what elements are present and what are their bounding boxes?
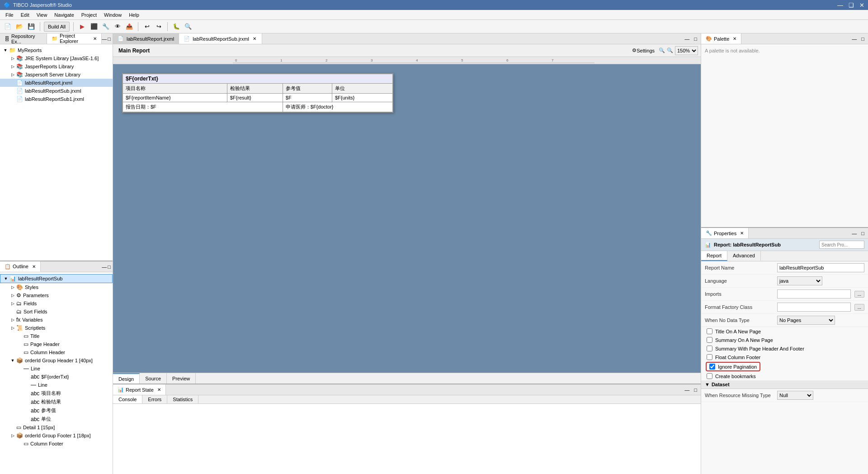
outline-colheader[interactable]: ▭ Column Header [0,348,113,356]
formatfactory-edit-btn[interactable]: ... [854,304,864,311]
compile-btn[interactable]: 🔧 [101,22,111,32]
editor-min-icon[interactable]: — [683,36,691,42]
outline-xmname[interactable]: abc 项目名称 [0,389,113,398]
props-close-icon[interactable]: ✕ [740,231,744,236]
run-btn[interactable]: ▶ [77,22,87,32]
menu-navigate[interactable]: Navigate [51,11,77,19]
tab-statistics[interactable]: Statistics [167,395,198,403]
expand-ph[interactable] [16,342,24,346]
max-icon[interactable]: □ [108,36,111,42]
cb-bookmarks[interactable] [707,373,712,379]
outline-scriptlets[interactable]: ▷ 📜 Scriptlets [0,324,113,332]
tab-labreportsub[interactable]: 📄 labResultReportSub.jrxml ✕ [179,33,262,44]
outline-variables[interactable]: ▷ fx Variables [0,316,113,324]
tab-design[interactable]: Design [113,373,140,384]
tab-properties[interactable]: 🔧 Properties ✕ [701,228,749,238]
bottom-max-icon[interactable]: □ [692,387,699,393]
palette-close-icon[interactable]: ✕ [733,36,736,41]
expand-l2[interactable] [24,383,31,387]
cb-summarypage[interactable] [707,337,712,343]
outline-ckz[interactable]: abc 参考值 [0,406,113,415]
outline-close-icon[interactable]: ✕ [32,264,36,269]
minimize-btn[interactable]: — [837,2,843,9]
expand-lrs1[interactable] [9,97,16,101]
tab-labreport[interactable]: 📄 labResultReport.jrxml [113,33,179,44]
imports-edit-btn[interactable]: ... [854,291,864,298]
save-btn[interactable]: 💾 [26,22,36,32]
expand-root[interactable]: ▼ [2,276,9,281]
outline-dw[interactable]: abc 单位 [0,415,113,423]
expand-jr[interactable]: ▷ [9,64,16,69]
tab-project-explorer[interactable]: 📁 Project Explorer ✕ [47,33,102,44]
min-icon[interactable]: — [102,36,107,42]
outline-pageheader[interactable]: ▭ Page Header [0,340,113,348]
tab-repository-explorer[interactable]: 🗄 Repository Ex... [0,33,47,44]
menu-edit[interactable]: Edit [17,11,33,19]
close-btn[interactable]: ✕ [859,2,864,9]
outline-fields[interactable]: ▷ 🗂 Fields [0,299,113,308]
menu-view[interactable]: View [33,11,51,19]
outline-detail1[interactable]: ▭ Detail 1 [15px] [0,423,113,431]
reportstate-close-icon[interactable]: ✕ [157,387,161,392]
outline-max-icon[interactable]: □ [108,264,111,270]
select-nodatatype[interactable]: No Pages Blank Page All Sections No Deta… [777,316,835,325]
debug2-btn[interactable]: 🔍 [183,22,193,32]
expand-fields[interactable]: ▷ [9,301,16,306]
expand-jre[interactable]: ▷ [9,56,16,61]
settings-btn[interactable]: ⚙ Settings [630,46,657,55]
zoom-plus-btn[interactable]: 🔍 [667,47,673,53]
expand-xm[interactable] [24,391,31,396]
menu-window[interactable]: Window [100,11,125,19]
tree-item-labreportsub1[interactable]: 📄 labResultReportSub1.jrxml [0,95,113,103]
select-resourcemissing[interactable]: Null Empty Key Exception [777,391,813,400]
tab-outline[interactable]: 📋 Outline ✕ [0,261,41,272]
stop-btn[interactable]: ⬛ [89,22,99,32]
expand-l1[interactable] [16,366,24,371]
dataset-section-header[interactable]: ▼ Dataset [701,380,868,389]
proj-close-icon[interactable]: ✕ [93,36,97,41]
zoom-select[interactable]: 150% 100% 75% 50% [675,46,698,55]
debug-btn[interactable]: 🐛 [171,22,181,32]
expand-styles[interactable]: ▷ [9,285,16,289]
tree-item-labreport[interactable]: 📄 labResultReport.jrxml [0,79,113,87]
tab-palette[interactable]: 🎨 Palette ✕ [701,33,741,44]
input-imports[interactable] [777,289,851,299]
cb-floatcolfooter[interactable] [707,354,712,360]
expand-d1[interactable] [9,425,16,430]
redo-btn[interactable]: ↪ [154,22,164,32]
tab-preview[interactable]: Preview [167,373,196,384]
expand-jy[interactable] [24,400,31,404]
expand-cf[interactable] [16,441,24,446]
outline-params[interactable]: ▷ ⚙ Parameters [0,291,113,299]
select-language[interactable]: java groovy [777,276,822,285]
editor-max-icon[interactable]: □ [692,36,699,42]
outline-jyjg[interactable]: abc 检验结果 [0,398,113,406]
expand-ot[interactable] [24,374,31,379]
outline-groupheader[interactable]: ▼ 📦 orderId Group Header 1 [40px] [0,356,113,365]
canvas-scroll[interactable]: $F{orderTxt} 项目名称 检验结果 参考值 单位 $F{reportI… [113,64,701,373]
expand-lr[interactable] [9,81,16,85]
tab-report-inner[interactable]: Report [701,251,727,261]
tree-item-jre[interactable]: ▷ 📚 JRE System Library [JavaSE-1.6] [0,54,113,62]
close-labreportsub-tab[interactable]: ✕ [252,36,257,42]
tree-item-myreports[interactable]: ▼ 📁 MyReports [0,46,113,54]
outline-title[interactable]: ▭ Title [0,332,113,340]
preview-btn[interactable]: 👁 [113,22,123,32]
zoom-minus-btn[interactable]: 🔍 [659,47,665,53]
outline-colfooter[interactable]: ▭ Column Footer [0,440,113,448]
palette-max-icon[interactable]: □ [859,36,866,42]
expand-js[interactable]: ▷ [9,72,16,77]
expand-params[interactable]: ▷ [9,293,16,298]
menu-file[interactable]: File [2,11,17,19]
expand-myreports[interactable]: ▼ [2,48,9,52]
tree-item-jasperreports[interactable]: ▷ 📚 JasperReports Library [0,62,113,71]
maximize-btn[interactable]: ❑ [849,2,854,9]
expand-gf[interactable]: ▷ [9,433,16,438]
input-formatfactory[interactable] [777,303,851,312]
outline-line2[interactable]: — Line [0,381,113,389]
expand-vars[interactable]: ▷ [9,318,16,322]
expand-gh[interactable]: ▼ [9,358,16,363]
tab-report-state[interactable]: 📊 Report State ✕ [113,384,166,395]
cb-summaryheader[interactable] [707,346,712,351]
palette-min-icon[interactable]: — [850,36,859,42]
